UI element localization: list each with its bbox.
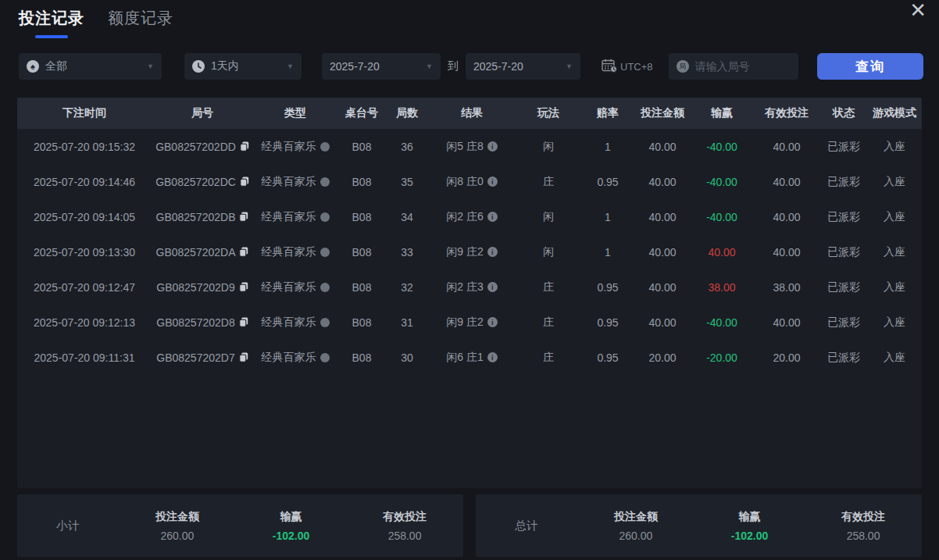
cell-bet-time: 2025-07-20 09:15:32 <box>17 141 152 153</box>
result-text: 闲2 庄3 <box>446 280 483 294</box>
cell-bet-time: 2025-07-20 09:14:46 <box>17 176 152 188</box>
copy-icon[interactable] <box>239 247 248 257</box>
date-from-value: 2025-7-20 <box>330 60 380 73</box>
cell-status: 已派彩 <box>820 245 867 259</box>
cell-round-id: GB08257202D7 <box>152 351 253 364</box>
timezone-value: UTC+8 <box>620 61 653 73</box>
cell-bet-amount: 40.00 <box>634 316 691 329</box>
cell-play: 庄 <box>516 351 581 365</box>
time-range-value: 1天内 <box>211 59 239 73</box>
col-header-odds: 赔率 <box>581 106 634 120</box>
calendar-clock-icon <box>602 59 620 75</box>
cell-round-no: 30 <box>386 351 428 364</box>
game-type-text: 经典百家乐 <box>262 175 316 189</box>
info-icon[interactable]: i <box>487 141 498 152</box>
cell-bet-time: 2025-07-20 09:12:13 <box>17 316 152 329</box>
info-icon[interactable]: i <box>487 177 498 187</box>
chevron-down-icon: ▼ <box>147 62 154 70</box>
result-text: 闲6 庄1 <box>446 351 483 365</box>
cell-odds: 0.95 <box>581 281 634 294</box>
cell-bet-time: 2025-07-20 09:14:05 <box>17 211 152 223</box>
total-bet-amount: 投注金额 260.00 <box>614 510 658 542</box>
cell-valid-bet: 20.00 <box>753 351 820 364</box>
date-to-value: 2025-7-20 <box>473 60 523 73</box>
cell-odds: 0.95 <box>581 176 634 188</box>
tab-betting-records[interactable]: 投注记录 <box>19 8 84 38</box>
date-to-select[interactable]: 2025-7-20 ▼ <box>466 53 580 80</box>
table-row: 2025-07-20 09:14:05 GB08257202DB 经典百家乐 B… <box>17 199 922 234</box>
result-text: 闲9 庄2 <box>446 316 483 330</box>
round-id-text: GB08257202DD <box>155 141 236 153</box>
col-header-valid-bet: 有效投注 <box>753 106 820 120</box>
cell-status: 已派彩 <box>820 140 867 154</box>
tab-quota-records-label: 额度记录 <box>108 8 173 29</box>
summary-bar: 小计 投注金额 260.00 输赢 -102.00 有效投注 258.00 总计 <box>17 494 922 557</box>
cell-round-no: 35 <box>386 176 428 188</box>
copy-icon[interactable] <box>239 352 248 362</box>
close-icon[interactable]: ✕ <box>905 0 931 25</box>
cell-round-no: 32 <box>386 281 428 294</box>
game-logo-icon <box>320 142 330 152</box>
cell-game-type: 经典百家乐 <box>253 245 337 259</box>
copy-icon[interactable] <box>240 141 249 152</box>
col-header-status: 状态 <box>820 106 867 120</box>
cell-play: 闲 <box>516 245 581 259</box>
cell-round-id: GB08257202DB <box>152 211 253 223</box>
table-row: 2025-07-20 09:13:30 GB08257202DA 经典百家乐 B… <box>17 234 922 269</box>
cell-round-no: 34 <box>386 211 428 223</box>
cell-round-id: GB08257202D9 <box>152 281 253 294</box>
cell-result: 闲9 庄2 i <box>428 316 516 330</box>
cell-bet-amount: 40.00 <box>634 281 691 294</box>
cell-result: 闲2 庄3 i <box>428 280 516 294</box>
tab-bar: 投注记录 额度记录 <box>19 8 173 38</box>
cell-bet-time: 2025-07-20 09:11:31 <box>17 351 152 364</box>
subtotal-box: 小计 投注金额 260.00 输赢 -102.00 有效投注 258.00 <box>17 494 463 557</box>
active-tab-underline <box>35 35 68 38</box>
info-icon[interactable]: i <box>487 352 498 362</box>
cell-table-no: B08 <box>337 281 386 294</box>
cell-result: 闲2 庄6 i <box>428 210 516 224</box>
info-icon[interactable]: i <box>487 212 498 222</box>
cell-valid-bet: 40.00 <box>753 141 820 153</box>
total-win-loss: 输赢 -102.00 <box>731 510 768 542</box>
game-type-select[interactable]: ♠ 全部 ▼ <box>19 53 162 80</box>
table-row: 2025-07-20 09:11:31 GB08257202D7 经典百家乐 B… <box>17 340 922 375</box>
cell-status: 已派彩 <box>820 316 867 330</box>
copy-icon[interactable] <box>239 317 248 327</box>
game-logo-icon <box>320 353 330 362</box>
cell-table-no: B08 <box>337 141 386 153</box>
chevron-down-icon: ▼ <box>287 62 294 70</box>
copy-icon[interactable] <box>239 212 248 222</box>
game-type-value: 全部 <box>45 59 67 73</box>
cell-win-loss: 40.00 <box>691 246 753 259</box>
cell-game-mode: 入座 <box>867 351 922 365</box>
result-text: 闲5 庄8 <box>446 140 483 154</box>
cell-game-mode: 入座 <box>867 280 922 294</box>
cell-bet-amount: 40.00 <box>634 211 691 223</box>
info-icon[interactable]: i <box>487 247 498 257</box>
cell-bet-time: 2025-07-20 09:13:30 <box>17 246 152 259</box>
subtotal-valid-bet: 有效投注 258.00 <box>383 510 427 542</box>
copy-icon[interactable] <box>240 177 249 187</box>
info-icon[interactable]: i <box>487 282 498 292</box>
round-id-input[interactable] <box>695 60 781 73</box>
cell-table-no: B08 <box>337 176 386 188</box>
total-box: 总计 投注金额 260.00 输赢 -102.00 有效投注 258.00 <box>476 494 922 557</box>
cell-play: 庄 <box>516 175 581 189</box>
date-from-select[interactable]: 2025-7-20 ▼ <box>322 53 441 80</box>
cell-valid-bet: 40.00 <box>753 211 820 223</box>
cell-bet-amount: 20.00 <box>634 351 691 364</box>
cell-bet-amount: 40.00 <box>634 176 691 188</box>
col-header-bet-time: 下注时间 <box>17 106 152 120</box>
tab-quota-records[interactable]: 额度记录 <box>108 8 173 38</box>
time-range-select[interactable]: 1天内 ▼ <box>184 53 302 80</box>
col-header-table-no: 桌台号 <box>337 106 386 120</box>
cell-status: 已派彩 <box>820 175 867 189</box>
round-badge-icon: 局 <box>677 60 689 73</box>
betting-records-dialog: 投注记录 额度记录 ✕ ♠ 全部 ▼ 1天内 ▼ 2025-7-20 ▼ 到 2… <box>0 0 939 560</box>
copy-icon[interactable] <box>239 282 248 292</box>
cell-play: 闲 <box>516 210 581 224</box>
query-button[interactable]: 查询 <box>817 53 923 80</box>
game-logo-icon <box>320 212 330 222</box>
info-icon[interactable]: i <box>487 317 498 327</box>
